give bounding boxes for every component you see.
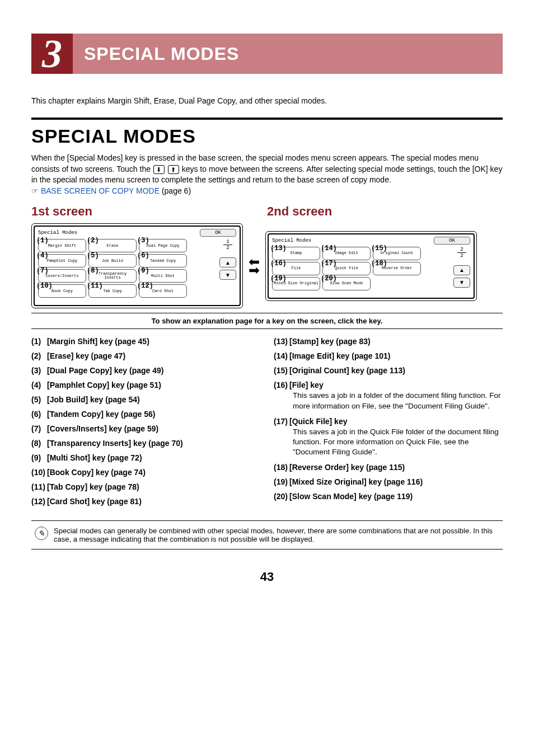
ok-button[interactable]: OK (434, 237, 470, 245)
mode-key[interactable]: (18)Reverse Order (373, 262, 421, 275)
item-label: [Transparency Inserts] key (page 70) (47, 439, 183, 448)
second-screen-heading: 2nd screen (267, 204, 503, 219)
callout-number: (11) (87, 283, 103, 290)
key-list-item: (13)[Stamp] key (page 83) (274, 337, 503, 346)
item-number: (7) (31, 424, 47, 433)
item-label: [Stamp] key (page 83) (289, 337, 371, 346)
screen-2-panel: Special Modes OK (13)Stamp(14)Image Edit… (265, 231, 477, 301)
mode-key[interactable]: (20)Slow Scan Mode (322, 277, 371, 290)
key-list-item: (16)[File] keyThis saves a job in a fold… (274, 381, 503, 411)
item-number: (3) (31, 366, 47, 375)
mode-key-label: Pamphlet Copy (47, 259, 78, 264)
item-label: [Multi Shot] key (page 72) (47, 453, 142, 462)
mode-key[interactable]: (16)File (272, 262, 320, 275)
down-arrow-icon: ⬇ (153, 165, 165, 174)
mode-key[interactable]: (3)Dual Page Copy (139, 239, 187, 252)
scroll-down-button[interactable]: ▼ (453, 278, 470, 288)
callout-number: (2) (87, 237, 99, 245)
mode-key-label: Margin Shift (48, 244, 76, 248)
base-screen-link[interactable]: BASE SCREEN OF COPY MODE (41, 186, 160, 195)
mode-key[interactable]: (1)Margin Shift (38, 239, 86, 252)
key-list-item: (3)[Dual Page Copy] key (page 49) (31, 366, 260, 375)
callout-number: (3) (137, 237, 149, 245)
item-label: [File] key (289, 381, 324, 389)
ok-button[interactable]: OK (200, 229, 236, 237)
callout-number: (13) (270, 245, 287, 252)
callout-number: (12) (137, 283, 153, 290)
mode-key-label: Tandem Copy (150, 259, 176, 264)
key-list-item: (4)[Pamphlet Copy] key (page 51) (31, 381, 260, 389)
item-label: [Image Edit] key (page 101) (289, 351, 391, 360)
key-list-item: (7)[Covers/Inserts] key (page 59) (31, 424, 260, 433)
item-number: (14) (274, 351, 289, 360)
callout-number: (10) (36, 283, 53, 290)
mode-key[interactable]: (19)Mixed Size Original (272, 277, 320, 290)
pointer-icon: ☞ (31, 187, 39, 195)
mode-key[interactable]: (13)Stamp (272, 247, 320, 260)
item-label: [Book Copy] key (page 74) (47, 468, 146, 477)
item-number: (1) (31, 337, 47, 346)
item-number: (17) (274, 417, 289, 426)
item-label: [Pamphlet Copy] key (page 51) (47, 381, 161, 389)
page-indicator: 12 (223, 239, 232, 251)
key-list-item: (18)[Reverse Order] key (page 115) (274, 463, 503, 472)
mode-key[interactable]: (9)Multi Shot (139, 269, 187, 283)
note-box: ✎ Special modes can generally be combine… (31, 520, 503, 550)
mode-key[interactable]: (4)Pamphlet Copy (38, 254, 86, 267)
body-paragraph: When the [Special Modes] key is pressed … (31, 153, 503, 186)
mode-key[interactable]: (5)Job Build (88, 254, 137, 267)
intro-text: This chapter explains Margin Shift, Eras… (31, 96, 503, 105)
item-number: (4) (31, 381, 47, 389)
mode-key-label: Book Copy (51, 289, 73, 294)
item-label: [Original Count] key (page 113) (289, 366, 405, 375)
mode-key[interactable]: (10)Book Copy (38, 284, 86, 298)
item-number: (20) (274, 492, 289, 501)
mode-key-label: Job Build (102, 259, 123, 264)
screen-1-panel: Special Modes OK (1)Margin Shift(2)Erase… (31, 223, 243, 308)
mode-key-label: Image Edit (335, 251, 358, 256)
item-number: (10) (31, 468, 47, 477)
callout-number: (9) (137, 267, 149, 275)
item-label: [Margin Shift] key (page 45) (47, 337, 149, 346)
callout-number: (4) (36, 252, 49, 260)
item-number: (15) (274, 366, 289, 375)
item-number: (12) (31, 497, 47, 506)
key-list-item: (12)[Card Shot] key (page 81) (31, 497, 260, 506)
item-label: [Dual Page Copy] key (page 49) (47, 366, 164, 375)
key-list-item: (6)[Tandem Copy] key (page 56) (31, 410, 260, 419)
callout-number: (16) (270, 260, 287, 267)
mode-key[interactable]: (15)Original Count (373, 247, 421, 260)
item-number: (6) (31, 410, 47, 419)
scroll-up-button[interactable]: ▲ (453, 265, 470, 275)
mode-key[interactable]: (12)Card Shot (139, 284, 187, 298)
mode-key[interactable]: (17)Quick File (322, 262, 371, 275)
scroll-up-button[interactable]: ▲ (219, 257, 236, 267)
mode-key[interactable]: (8)Transparency Inserts (88, 269, 137, 283)
callout-number: (20) (321, 275, 337, 283)
mode-key[interactable]: (2)Erase (88, 239, 137, 252)
page-indicator: 22 (457, 247, 466, 259)
item-description: This saves a job in a folder of the docu… (293, 391, 503, 411)
mode-key[interactable]: (6)Tandem Copy (139, 254, 187, 267)
key-list-item: (11)[Tab Copy] key (page 78) (31, 482, 260, 491)
mode-key[interactable]: (11)Tab Copy (88, 284, 137, 298)
item-number: (18) (274, 463, 289, 472)
screens-row: Special Modes OK (1)Margin Shift(2)Erase… (31, 223, 503, 308)
key-list-item: (2)[Erase] key (page 47) (31, 351, 260, 360)
mode-key[interactable]: (7)Covers/Inserts (38, 269, 86, 283)
chapter-number: 3 (31, 34, 73, 74)
item-label: [Card Shot] key (page 81) (47, 497, 142, 506)
item-label: [Mixed Size Original] key (page 116) (289, 477, 423, 486)
link-page: (page 6) (160, 186, 191, 195)
key-list-left: (1)[Margin Shift] key (page 45)(2)[Erase… (31, 337, 260, 511)
divider (31, 118, 503, 120)
mode-key[interactable]: (14)Image Edit (322, 247, 371, 260)
callout-number: (8) (87, 267, 99, 275)
key-list-item: (8)[Transparency Inserts] key (page 70) (31, 439, 260, 448)
callout-number: (17) (321, 260, 337, 267)
item-label: [Tab Copy] key (page 78) (47, 482, 139, 491)
page-number: 43 (31, 570, 503, 584)
mode-key-label: Erase (106, 244, 118, 248)
scroll-down-button[interactable]: ▼ (219, 270, 236, 280)
swap-icon: ⬅➡ (249, 256, 260, 275)
